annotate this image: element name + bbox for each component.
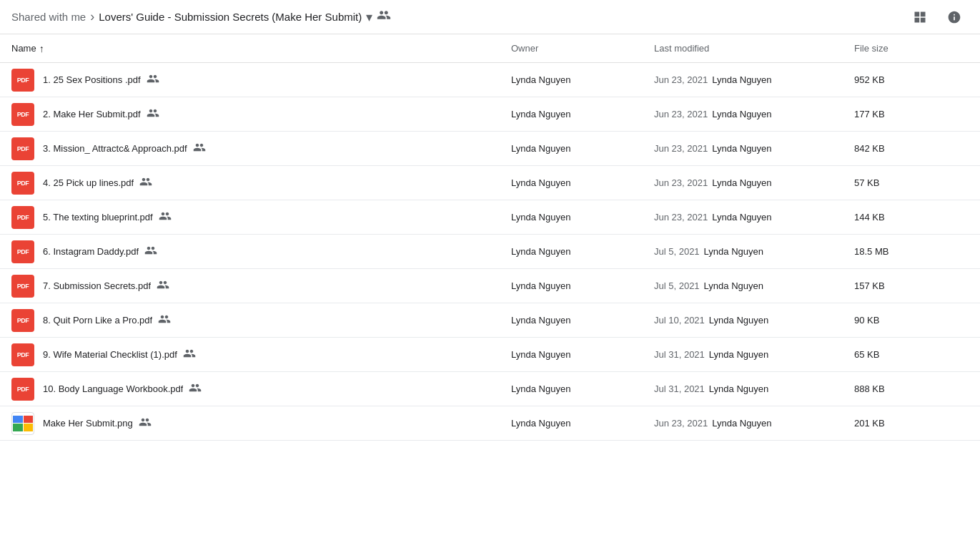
modified-by: Lynda Nguyen — [712, 177, 771, 188]
table-row[interactable]: PDF 10. Body Language Workbook.pdf Lynda… — [0, 372, 980, 406]
file-title: Make Her Submit.png — [43, 418, 133, 429]
name-column-header[interactable]: Name ↑ — [11, 43, 511, 54]
shared-icon — [159, 210, 172, 225]
owner-cell: Lynda Nguyen — [511, 418, 654, 429]
owner-cell: Lynda Nguyen — [511, 315, 654, 326]
table-row[interactable]: PDF 2. Make Her Submit.pdf Lynda Nguyen … — [0, 97, 980, 132]
modified-by: Lynda Nguyen — [712, 74, 771, 85]
shared-icon — [157, 278, 169, 294]
shared-icon — [139, 416, 152, 431]
size-cell: 201 KB — [854, 418, 969, 429]
size-cell: 888 KB — [854, 383, 969, 394]
owner-column-header[interactable]: Owner — [511, 43, 654, 54]
modified-column-header[interactable]: Last modified — [654, 43, 854, 54]
modified-date: Jul 31, 2021 — [654, 349, 705, 360]
file-label: 4. 25 Pick up lines.pdf — [43, 175, 152, 191]
modified-date: Jun 23, 2021 — [654, 177, 708, 188]
file-title: 8. Quit Porn Like a Pro.pdf — [43, 315, 152, 326]
table-row[interactable]: PDF 7. Submission Secrets.pdf Lynda Nguy… — [0, 269, 980, 303]
folder-people-icon[interactable] — [377, 8, 391, 26]
size-column-header[interactable]: File size — [854, 43, 969, 54]
modified-date: Jun 23, 2021 — [654, 212, 708, 223]
modified-by: Lynda Nguyen — [704, 280, 763, 291]
modified-cell: Jul 10, 2021 Lynda Nguyen — [654, 315, 854, 326]
size-cell: 842 KB — [854, 143, 969, 154]
file-label: 3. Mission_ Attractc& Approach.pdf — [43, 141, 206, 157]
modified-cell: Jun 23, 2021 Lynda Nguyen — [654, 418, 854, 429]
owner-cell: Lynda Nguyen — [511, 74, 654, 85]
file-title: 5. The texting blueprint.pdf — [43, 212, 153, 223]
shared-icon — [139, 175, 152, 191]
breadcrumb-bar: Shared with me › Lovers' Guide - Submiss… — [0, 0, 980, 34]
file-title: 2. Make Her Submit.pdf — [43, 109, 141, 119]
modified-cell: Jun 23, 2021 Lynda Nguyen — [654, 212, 854, 223]
modified-date: Jun 23, 2021 — [654, 418, 708, 429]
size-cell: 144 KB — [854, 212, 969, 223]
modified-by: Lynda Nguyen — [704, 246, 763, 257]
pdf-icon: PDF — [11, 309, 34, 332]
owner-cell: Lynda Nguyen — [511, 246, 654, 257]
pdf-icon: PDF — [11, 240, 34, 263]
file-name-cell: PDF 5. The texting blueprint.pdf — [11, 206, 511, 229]
table-row[interactable]: PDF 1. 25 Sex Positions .pdf Lynda Nguye… — [0, 63, 980, 97]
pdf-icon: PDF — [11, 275, 34, 298]
table-row[interactable]: PDF 4. 25 Pick up lines.pdf Lynda Nguyen… — [0, 166, 980, 200]
modified-by: Lynda Nguyen — [712, 109, 771, 119]
file-title: 6. Instagram Daddy.pdf — [43, 246, 139, 257]
breadcrumb-current-folder: Lovers' Guide - Submission Secrets (Make… — [99, 8, 391, 26]
file-name-cell: PDF 2. Make Her Submit.pdf — [11, 103, 511, 126]
folder-dropdown-icon[interactable]: ▾ — [366, 9, 372, 25]
file-title: 4. 25 Pick up lines.pdf — [43, 177, 134, 188]
file-name-cell: PDF 4. 25 Pick up lines.pdf — [11, 172, 511, 195]
size-cell: 157 KB — [854, 280, 969, 291]
table-row[interactable]: PDF 5. The texting blueprint.pdf Lynda N… — [0, 200, 980, 235]
owner-cell: Lynda Nguyen — [511, 109, 654, 119]
file-name-cell: PDF 8. Quit Porn Like a Pro.pdf — [11, 309, 511, 332]
modified-date: Jul 10, 2021 — [654, 315, 705, 326]
header-actions — [906, 3, 969, 31]
modified-by: Lynda Nguyen — [709, 383, 768, 394]
file-label: 5. The texting blueprint.pdf — [43, 210, 172, 225]
file-label: 7. Submission Secrets.pdf — [43, 278, 169, 294]
owner-cell: Lynda Nguyen — [511, 177, 654, 188]
grid-view-button[interactable] — [906, 3, 934, 31]
modified-cell: Jul 31, 2021 Lynda Nguyen — [654, 383, 854, 394]
modified-date: Jun 23, 2021 — [654, 143, 708, 154]
modified-cell: Jul 5, 2021 Lynda Nguyen — [654, 280, 854, 291]
modified-date: Jul 5, 2021 — [654, 280, 700, 291]
table-row[interactable]: PDF 8. Quit Porn Like a Pro.pdf Lynda Ng… — [0, 303, 980, 338]
file-name-cell: PDF 10. Body Language Workbook.pdf — [11, 378, 511, 401]
pdf-icon: PDF — [11, 69, 34, 92]
size-cell: 65 KB — [854, 349, 969, 360]
owner-cell: Lynda Nguyen — [511, 349, 654, 360]
shared-icon — [147, 107, 159, 122]
pdf-icon: PDF — [11, 378, 34, 401]
modified-cell: Jun 23, 2021 Lynda Nguyen — [654, 177, 854, 188]
shared-icon — [183, 347, 196, 363]
modified-by: Lynda Nguyen — [712, 143, 771, 154]
modified-date: Jun 23, 2021 — [654, 109, 708, 119]
modified-date: Jun 23, 2021 — [654, 74, 708, 85]
table-row[interactable]: Make Her Submit.png Lynda Nguyen Jun 23,… — [0, 406, 980, 441]
table-row[interactable]: PDF 6. Instagram Daddy.pdf Lynda Nguyen … — [0, 235, 980, 269]
file-label: 2. Make Her Submit.pdf — [43, 107, 159, 122]
modified-cell: Jun 23, 2021 Lynda Nguyen — [654, 143, 854, 154]
pdf-icon: PDF — [11, 137, 34, 160]
file-title: 7. Submission Secrets.pdf — [43, 280, 151, 291]
breadcrumb-shared-with-me[interactable]: Shared with me — [11, 11, 86, 23]
table-row[interactable]: PDF 9. Wife Material Checklist (1).pdf L… — [0, 338, 980, 372]
modified-cell: Jul 5, 2021 Lynda Nguyen — [654, 246, 854, 257]
modified-by: Lynda Nguyen — [712, 418, 771, 429]
png-icon — [11, 412, 34, 435]
file-name-cell: PDF 3. Mission_ Attractc& Approach.pdf — [11, 137, 511, 160]
shared-icon — [147, 72, 159, 88]
current-folder-label: Lovers' Guide - Submission Secrets (Make… — [99, 11, 362, 23]
table-row[interactable]: PDF 3. Mission_ Attractc& Approach.pdf L… — [0, 132, 980, 166]
file-title: 3. Mission_ Attractc& Approach.pdf — [43, 143, 187, 154]
info-button[interactable] — [940, 3, 969, 31]
file-label: 1. 25 Sex Positions .pdf — [43, 72, 159, 88]
shared-icon — [144, 244, 157, 260]
size-cell: 57 KB — [854, 177, 969, 188]
file-label: 9. Wife Material Checklist (1).pdf — [43, 347, 196, 363]
file-name-cell: PDF 6. Instagram Daddy.pdf — [11, 240, 511, 263]
